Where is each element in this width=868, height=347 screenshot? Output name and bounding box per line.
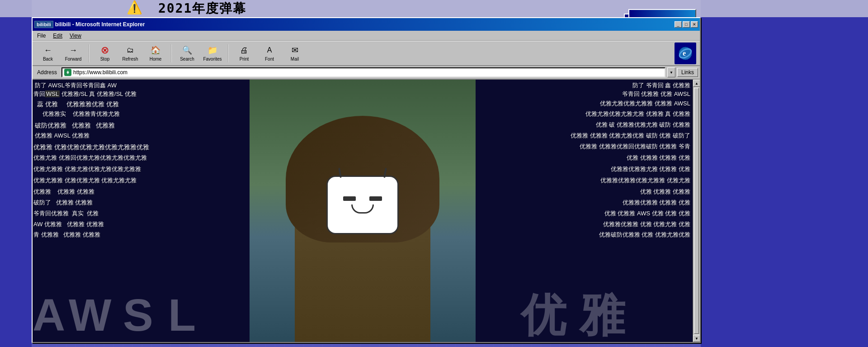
- forward-icon: →: [68, 45, 79, 56]
- refresh-button[interactable]: 🗂 Refresh: [118, 43, 142, 64]
- toolbar-separator-2: [171, 44, 172, 62]
- text-r13: 优雅 优雅雅 AWS 优雅 优雅 优雅: [604, 210, 690, 218]
- text-6: 优雅雅 AWSL 优雅雅: [35, 132, 90, 140]
- favorites-icon: 📁: [207, 45, 218, 56]
- back-icon: ←: [42, 45, 53, 56]
- main-window: bilibili bilibili - Microsoft Internet E…: [32, 17, 701, 343]
- text-5: 破防优雅雅 优雅雅 优雅雅: [35, 121, 115, 129]
- large-text-right: 优: [521, 292, 566, 337]
- text-overlay-right: 防了 爷青回 鑫 优雅雅 爷青回 优雅雅 优雅 AWSL 优雅尤雅优雅尤雅雅 优…: [458, 80, 693, 342]
- warning-icon: ⚠️: [127, 0, 142, 15]
- bili-content: 防了 AWSL爷青回爷青回鑫 AW 青回WSL 优雅雅/SL 真 优雅雅/SL …: [33, 80, 693, 342]
- title-bar-text: bilibili - Microsoft Internet Explorer: [55, 21, 673, 28]
- scroll-thumb[interactable]: [694, 88, 699, 334]
- text-7: 优雅雅 优雅优雅优雅尤雅优雅尤雅雅优雅: [33, 143, 149, 151]
- text-11: 优雅雅 优雅雅 优雅雅: [33, 188, 94, 196]
- mail-icon: ✉: [289, 45, 300, 56]
- text-r1: 防了 爷青回 鑫 优雅雅: [632, 82, 690, 90]
- svg-rect-5: [67, 71, 69, 74]
- mascot-eyes: [343, 196, 382, 201]
- back-button[interactable]: ← Back: [36, 43, 60, 64]
- mail-button[interactable]: ✉ Mail: [283, 43, 307, 64]
- mascot-eye-left: [343, 196, 356, 201]
- text-r4: 优雅尤雅优雅尤雅尤雅 优雅雅 真 优雅雅: [585, 110, 690, 118]
- text-r6: 优雅雅 优雅雅 优雅尤雅优雅 破防 优雅 破防了: [571, 132, 690, 140]
- text-10: 优雅尤雅雅 优雅优雅尤雅 优雅尤雅尤雅: [33, 177, 137, 185]
- menu-bar: File Edit View: [33, 31, 700, 41]
- text-r12: 优雅雅优雅雅 优雅雅 优雅: [623, 199, 690, 207]
- text-r5: 优雅 破 优雅雅优雅尤雅 破防 优雅雅: [596, 121, 690, 129]
- text-r8: 优雅 优雅雅 优雅雅 优雅: [627, 154, 690, 162]
- title-bar-buttons: _ □ ✕: [675, 21, 698, 28]
- toolbar-separator-3: [228, 44, 229, 62]
- home-icon: 🏠: [150, 45, 161, 56]
- favorites-button[interactable]: 📁 Favorites: [201, 43, 224, 64]
- text-4: 优雅雅实 优雅雅青优雅尤雅: [39, 110, 120, 118]
- mona-lisa-image: [250, 80, 476, 342]
- print-button[interactable]: 🖨 Print: [232, 43, 256, 64]
- menu-file[interactable]: File: [35, 32, 47, 40]
- search-button[interactable]: 🔍 Search: [175, 43, 199, 64]
- links-button[interactable]: Links: [677, 68, 698, 77]
- mascot-mouth: [351, 204, 374, 214]
- minimize-button[interactable]: _: [675, 21, 682, 28]
- address-url: https://www.bilibili.com: [73, 69, 127, 76]
- vertical-scrollbar: ▲ ▼: [693, 80, 700, 342]
- text-r9: 优雅雅优雅雅尤雅 优雅雅 优雅: [611, 166, 690, 173]
- large-text-left: A: [33, 292, 65, 337]
- text-3: 蕊 优雅 优雅雅雅优雅 优雅: [37, 100, 119, 108]
- toolbar-separator-1: [89, 44, 90, 62]
- address-input[interactable]: https://www.bilibili.com: [61, 67, 665, 77]
- text-r10: 优雅雅优雅雅优雅尤雅雅 优雅尤雅: [600, 177, 690, 185]
- large-text-left-4: L: [168, 292, 196, 337]
- text-1: 防了 AWSL爷青回爷青回鑫 AW: [35, 82, 117, 90]
- forward-button[interactable]: → Forward: [61, 43, 85, 64]
- menu-edit[interactable]: Edit: [51, 32, 64, 40]
- stop-icon: ⊗: [99, 45, 110, 56]
- mascot-tv: [326, 176, 399, 234]
- text-8: 优雅尤雅 优雅回优雅尤雅优雅尤雅优雅尤雅: [33, 154, 147, 162]
- mascot-face: [343, 196, 382, 214]
- address-bar: Address https://www.bilibili.com ▼ Links: [33, 66, 700, 80]
- title-bar-logo: bilibili: [34, 21, 53, 28]
- svg-text:e: e: [683, 49, 686, 57]
- home-button[interactable]: 🏠 Home: [144, 43, 167, 64]
- font-icon: A: [264, 45, 275, 56]
- ie-logo: e: [675, 43, 696, 64]
- mona-lisa-container: [250, 80, 476, 342]
- text-12: 破防了 优雅雅 优雅雅: [33, 199, 93, 207]
- address-dropdown[interactable]: ▼: [667, 67, 675, 77]
- text-9: 优雅尤雅雅 优雅尤雅优雅尤雅优雅尤雅雅: [33, 166, 141, 173]
- address-icon: [64, 69, 71, 76]
- large-text-left-2: W: [69, 292, 111, 337]
- text-r11: 优雅 优雅雅 优雅雅: [640, 188, 690, 196]
- large-text-right-2: 雅: [580, 292, 625, 337]
- scroll-up-button[interactable]: ▲: [693, 80, 700, 87]
- mascot-eye-right: [369, 196, 382, 201]
- text-15: 青 优雅雅 优雅雅 优雅雅: [33, 231, 100, 239]
- scroll-down-button[interactable]: ▼: [693, 335, 700, 342]
- text-r14: 优雅雅优雅雅 优雅 优雅尤雅 优雅: [603, 221, 690, 228]
- large-text-left-3: S: [123, 292, 153, 337]
- top-banner: ⚠️ 2021年度弹幕: [0, 0, 868, 17]
- stop-button[interactable]: ⊗ Stop: [93, 43, 117, 64]
- font-button[interactable]: A Font: [258, 43, 281, 64]
- search-icon: 🔍: [182, 45, 193, 56]
- text-r15: 优雅破防优雅雅 优雅 优雅尤雅优雅: [599, 231, 690, 239]
- content-area: 防了 AWSL爷青回爷青回鑫 AW 青回WSL 优雅雅/SL 真 优雅雅/SL …: [33, 80, 700, 342]
- close-button[interactable]: ✕: [691, 21, 698, 28]
- toolbar: ← Back → Forward ⊗ Stop 🗂 Refresh 🏠 Home…: [33, 41, 700, 66]
- address-label: Address: [34, 69, 60, 76]
- maximize-button[interactable]: □: [683, 21, 690, 28]
- refresh-icon: 🗂: [125, 45, 136, 56]
- bili-mascot: [326, 176, 399, 234]
- text-r3: 优雅尤雅优雅尤雅雅 优雅雅 AWSL: [600, 100, 690, 108]
- title-bar: bilibili bilibili - Microsoft Internet E…: [33, 18, 700, 31]
- text-r7: 优雅雅 优雅雅优雅回优雅破防 优雅雅 爷青: [580, 143, 690, 151]
- text-2: 青回WSL 优雅雅/SL 真 优雅雅/SL 优雅: [33, 90, 137, 98]
- text-overlay-left: 防了 AWSL爷青回爷青回鑫 AW 青回WSL 优雅雅/SL 真 优雅雅/SL …: [33, 80, 268, 342]
- print-icon: 🖨: [239, 45, 250, 56]
- text-13: 爷青回优雅雅 真实 优雅: [33, 210, 99, 218]
- text-14: AW 优雅雅 优雅雅 优雅雅: [33, 221, 104, 228]
- menu-view[interactable]: View: [68, 32, 83, 40]
